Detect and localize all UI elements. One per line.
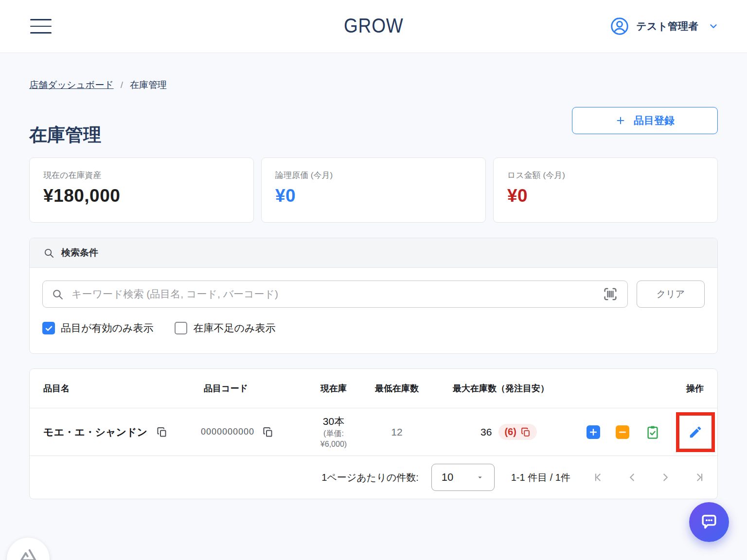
copy-shortage-icon[interactable] (520, 427, 531, 438)
search-panel: 検索条件 クリア 品目が有効のみ表示 (29, 238, 718, 354)
barcode-scan-icon[interactable] (602, 286, 619, 302)
user-avatar-icon (609, 16, 630, 36)
item-name: モエ・エ・シャンドン (43, 425, 147, 439)
stat-label: 現在の在庫資産 (43, 170, 240, 181)
min-stock-value: 12 (363, 426, 431, 438)
keyword-search-field (42, 280, 628, 308)
copy-name-icon[interactable] (156, 426, 168, 438)
stocktake-button[interactable] (645, 424, 660, 440)
previous-page-icon[interactable] (626, 471, 639, 484)
first-page-icon[interactable] (593, 471, 605, 484)
caret-down-icon (476, 473, 484, 482)
chevron-down-icon (708, 21, 719, 32)
app-bar: GROW テスト管理者 (0, 0, 747, 53)
stat-card-loss-amount: ロス金額 (今月) ¥0 (493, 158, 718, 223)
breadcrumb-link-dashboard[interactable]: 店舗ダッシュボード (29, 79, 114, 91)
stat-label: 論理原価 (今月) (275, 170, 472, 181)
search-panel-body: クリア 品目が有効のみ表示 在庫不足のみ表示 (30, 268, 717, 348)
keyword-search-input[interactable] (71, 288, 595, 300)
register-item-button[interactable]: 品目登録 (572, 107, 718, 134)
column-header-max-stock: 最大在庫数（発注目安） (431, 383, 587, 394)
per-page-select[interactable]: 10 (431, 464, 495, 491)
column-header-name: 品目名 (30, 383, 190, 394)
search-icon (43, 247, 54, 259)
breadcrumb-current: 在庫管理 (130, 79, 167, 91)
plus-icon (588, 427, 598, 437)
stat-card-theoretical-cost: 論理原価 (今月) ¥0 (261, 158, 486, 223)
search-panel-title: 検索条件 (61, 246, 98, 259)
clipboard-check-icon (645, 425, 660, 439)
shortage-badge[interactable]: (6) (498, 424, 536, 440)
register-item-button-label: 品目登録 (634, 114, 675, 127)
stat-value: ¥0 (275, 186, 472, 206)
table-row: モエ・エ・シャンドン 0000000000 30本 (単価: ¥6,000) 1… (30, 408, 717, 455)
pagination-range-text: 1-1 件目 / 1件 (511, 471, 570, 484)
checkbox-checked-icon (42, 322, 55, 334)
user-name: テスト管理者 (637, 19, 698, 33)
page-title: 在庫管理 (29, 123, 101, 147)
minus-icon (618, 427, 627, 437)
current-stock-value: 30本 (323, 415, 344, 428)
checkbox-lowstock-only[interactable]: 在庫不足のみ表示 (175, 321, 275, 335)
column-header-code: 品目コード (190, 383, 304, 394)
highlight-box (676, 412, 715, 452)
unit-price-note: (単価: ¥6,000) (311, 428, 356, 449)
pagination-bar: 1ページあたりの件数: 10 1-1 件目 / 1件 (30, 455, 717, 499)
stat-label: ロス金額 (今月) (507, 170, 704, 181)
column-header-min-stock: 最低在庫数 (363, 383, 431, 394)
table-header-row: 品目名 品目コード 現在庫 最低在庫数 最大在庫数（発注目安） 操作 (30, 369, 717, 408)
per-page-label: 1ページあたりの件数: (321, 471, 419, 484)
stat-card-inventory-assets: 現在の在庫資産 ¥180,000 (29, 158, 254, 223)
search-icon (52, 288, 64, 300)
item-code: 0000000000 (201, 427, 254, 437)
edit-button[interactable] (688, 425, 703, 439)
plus-icon (615, 115, 626, 126)
column-header-current-stock: 現在庫 (304, 383, 363, 394)
remove-stock-button[interactable] (616, 425, 629, 439)
inventory-table: 品目名 品目コード 現在庫 最低在庫数 最大在庫数（発注目安） 操作 モエ・エ・… (29, 368, 718, 499)
checkbox-active-only-label: 品目が有効のみ表示 (61, 321, 153, 335)
breadcrumb-separator: / (121, 80, 123, 90)
brand-badge[interactable] (7, 538, 50, 560)
stat-cards: 現在の在庫資産 ¥180,000 論理原価 (今月) ¥0 ロス金額 (今月) … (29, 158, 718, 223)
app-logo-text: GROW (344, 14, 404, 37)
max-stock-value: 36 (480, 426, 492, 438)
next-page-icon[interactable] (659, 471, 672, 484)
checkbox-active-only[interactable]: 品目が有効のみ表示 (42, 321, 153, 335)
per-page-value: 10 (442, 471, 453, 484)
shortage-badge-value: (6) (504, 426, 516, 438)
breadcrumb: 店舗ダッシュボード / 在庫管理 (29, 79, 167, 91)
last-page-icon[interactable] (692, 471, 705, 484)
stat-value: ¥180,000 (43, 186, 240, 206)
checkbox-unchecked-icon (175, 322, 187, 334)
stat-value: ¥0 (507, 186, 704, 206)
copy-code-icon[interactable] (262, 426, 274, 438)
chat-bubble-icon (698, 511, 720, 533)
clear-button[interactable]: クリア (637, 280, 705, 308)
add-stock-button[interactable] (587, 425, 600, 439)
checkbox-lowstock-only-label: 在庫不足のみ表示 (193, 321, 275, 335)
mountain-icon (17, 543, 39, 560)
search-panel-header: 検索条件 (30, 238, 717, 268)
chat-button[interactable] (689, 502, 729, 542)
column-header-actions: 操作 (587, 383, 717, 394)
user-menu[interactable]: テスト管理者 (609, 15, 719, 38)
